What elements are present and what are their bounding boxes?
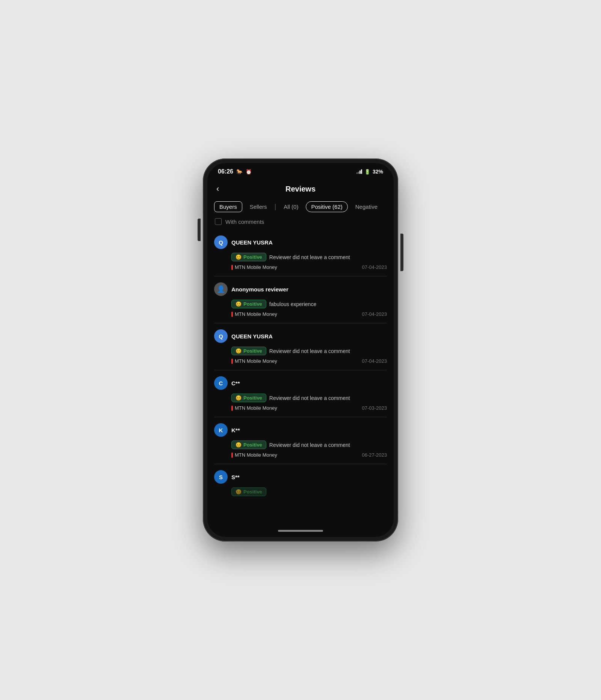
signal-icon <box>356 169 362 174</box>
rating-badge: 😊 Positive <box>231 300 266 308</box>
payment-label: MTN Mobile Money <box>235 358 277 364</box>
phone-screen: 06:26 🐎 ⏰ 🔋 32% ‹ Reviews Buyers <box>207 163 394 537</box>
rating-label: Positive <box>243 301 262 307</box>
status-bar: 06:26 🐎 ⏰ 🔋 32% <box>207 163 394 178</box>
payment-label: MTN Mobile Money <box>235 452 277 458</box>
payment-label: MTN Mobile Money <box>235 311 277 317</box>
review-date: 07-04-2023 <box>362 264 387 270</box>
payment-label: MTN Mobile Money <box>235 264 277 270</box>
payment-method: MTN Mobile Money <box>231 358 277 364</box>
reviewer-name: K** <box>231 427 240 433</box>
rating-label: Positive <box>243 442 262 448</box>
tab-negative[interactable]: Negative <box>350 201 383 212</box>
review-body: 😊 Positive fabulous experience MTN Mobil… <box>231 300 387 317</box>
payment-dot <box>231 359 233 364</box>
review-footer: MTN Mobile Money 07-04-2023 <box>231 358 387 364</box>
review-header: 👤 Anonymous reviewer <box>214 282 387 296</box>
header: ‹ Reviews <box>207 178 394 200</box>
payment-method: MTN Mobile Money <box>231 405 277 411</box>
review-header: S S** <box>214 470 387 484</box>
rating-badge: 😊 Positive <box>231 347 266 355</box>
review-comment: Reviewer did not leave a comment <box>269 395 350 401</box>
review-footer: MTN Mobile Money 07-04-2023 <box>231 311 387 317</box>
review-rating-row: 😊 Positive Reviewer did not leave a comm… <box>231 347 387 355</box>
tab-divider: | <box>275 203 276 211</box>
payment-dot <box>231 312 233 317</box>
review-comment: Reviewer did not leave a comment <box>269 442 350 448</box>
reviewer-name: Anonymous reviewer <box>231 286 288 293</box>
payment-dot <box>231 406 233 411</box>
home-bar <box>278 530 323 532</box>
status-right: 🔋 32% <box>356 169 383 175</box>
review-body: 😊 Positive Reviewer did not leave a comm… <box>231 394 387 411</box>
avatar: Q <box>214 235 228 249</box>
rating-emoji: 😊 <box>236 254 242 260</box>
review-body: 😊 Positive <box>231 487 387 496</box>
battery-percent: 32% <box>373 169 383 175</box>
review-item: Q QUEEN YUSRA 😊 Positive Reviewer did no… <box>214 323 387 370</box>
review-header: K K** <box>214 423 387 437</box>
tab-positive[interactable]: Positive (62) <box>306 201 347 212</box>
rating-label: Positive <box>243 348 262 354</box>
rating-emoji: 😊 <box>236 442 242 448</box>
review-date: 07-03-2023 <box>362 405 387 411</box>
review-header: C C** <box>214 376 387 390</box>
rating-emoji: 😊 <box>236 301 242 307</box>
review-body: 😊 Positive Reviewer did not leave a comm… <box>231 441 387 458</box>
rating-badge: 😊 Positive <box>231 487 266 496</box>
horse-icon: 🐎 <box>236 169 243 175</box>
rating-badge: 😊 Positive <box>231 253 266 261</box>
payment-method: MTN Mobile Money <box>231 264 277 270</box>
rating-emoji: 😊 <box>236 395 242 401</box>
tab-buyers[interactable]: Buyers <box>214 201 242 212</box>
review-header: Q QUEEN YUSRA <box>214 235 387 249</box>
rating-label: Positive <box>243 254 262 260</box>
review-rating-row: 😊 Positive <box>231 487 387 496</box>
page-title: Reviews <box>285 185 316 193</box>
rating-label: Positive <box>243 395 262 401</box>
review-footer: MTN Mobile Money 07-04-2023 <box>231 264 387 270</box>
review-comment: Reviewer did not leave a comment <box>269 348 350 354</box>
reviewer-name: QUEEN YUSRA <box>231 333 273 339</box>
review-comment: fabulous experience <box>269 301 316 307</box>
reviewer-name: C** <box>231 380 240 386</box>
phone-frame: 06:26 🐎 ⏰ 🔋 32% ‹ Reviews Buyers <box>203 158 398 542</box>
avatar: Q <box>214 329 228 343</box>
review-item: S S** 😊 Positive <box>214 464 387 505</box>
reviewer-name: S** <box>231 474 240 480</box>
payment-method: MTN Mobile Money <box>231 452 277 458</box>
with-comments-label: With comments <box>225 219 264 225</box>
filter-tabs: Buyers Sellers | All (0) Positive (62) N… <box>207 200 394 215</box>
avatar: 👤 <box>214 282 228 296</box>
review-item: Q QUEEN YUSRA 😊 Positive Reviewer did no… <box>214 229 387 276</box>
with-comments-filter[interactable]: With comments <box>207 215 394 229</box>
tab-all[interactable]: All (0) <box>278 201 304 212</box>
review-item: C C** 😊 Positive Reviewer did not leave … <box>214 370 387 417</box>
payment-dot <box>231 265 233 270</box>
review-rating-row: 😊 Positive fabulous experience <box>231 300 387 308</box>
reviews-list: Q QUEEN YUSRA 😊 Positive Reviewer did no… <box>207 229 394 524</box>
with-comments-checkbox[interactable] <box>215 218 222 225</box>
reviewer-name: QUEEN YUSRA <box>231 239 273 246</box>
alarm-icon: ⏰ <box>246 169 252 175</box>
review-date: 07-04-2023 <box>362 311 387 317</box>
review-item: K K** 😊 Positive Reviewer did not leave … <box>214 417 387 464</box>
review-rating-row: 😊 Positive Reviewer did not leave a comm… <box>231 441 387 449</box>
review-body: 😊 Positive Reviewer did not leave a comm… <box>231 347 387 364</box>
rating-emoji: 😊 <box>236 489 242 495</box>
status-time: 06:26 <box>218 168 233 175</box>
rating-label: Positive <box>243 489 262 495</box>
rating-badge: 😊 Positive <box>231 394 266 402</box>
review-body: 😊 Positive Reviewer did not leave a comm… <box>231 253 387 270</box>
review-rating-row: 😊 Positive Reviewer did not leave a comm… <box>231 253 387 261</box>
battery-icon: 🔋 <box>364 169 370 175</box>
review-header: Q QUEEN YUSRA <box>214 329 387 343</box>
tab-sellers[interactable]: Sellers <box>245 201 272 212</box>
rating-badge: 😊 Positive <box>231 441 266 449</box>
avatar: C <box>214 376 228 390</box>
home-indicator <box>207 524 394 537</box>
back-button[interactable]: ‹ <box>215 183 223 195</box>
review-footer: MTN Mobile Money 06-27-2023 <box>231 452 387 458</box>
review-date: 07-04-2023 <box>362 358 387 364</box>
avatar: S <box>214 470 228 484</box>
